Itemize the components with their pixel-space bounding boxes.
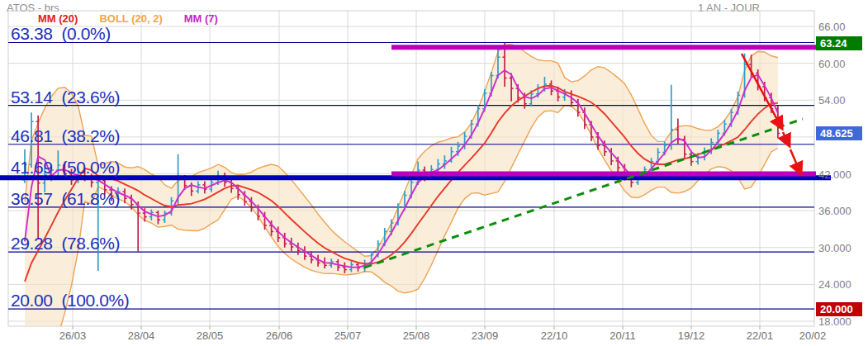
y-axis-label-6: 24.000 <box>818 279 851 290</box>
x-axis-label-6: 23/09 <box>472 330 499 341</box>
fib-label-4: 36.57 (61.8%) <box>11 190 120 207</box>
bollinger-band <box>25 45 778 346</box>
chart-panel: ATOS - brs 1 AN - JOUR MM (20)BOLL (20, … <box>0 0 868 346</box>
x-axis-label-8: 20/11 <box>609 330 636 341</box>
y-axis-label-5: 30.000 <box>818 243 851 254</box>
x-axis-label-4: 25/07 <box>334 330 362 341</box>
x-axis-label-5: 25/08 <box>403 330 430 341</box>
fib-100-price-badge: 20.000 <box>816 302 862 316</box>
x-axis-label-9: 19/12 <box>678 330 705 341</box>
y-axis-label-1: 60.00 <box>818 59 846 69</box>
x-axis-label-2: 28/05 <box>197 330 224 341</box>
resistance-price-badge: 63.24 <box>816 36 862 50</box>
fib-label-6: 20.00 (100.0%) <box>11 291 129 309</box>
legend-item-0: MM (20) <box>38 12 78 25</box>
fib-label-5: 29.28 (78.6%) <box>11 235 120 252</box>
y-axis-label-2: 54.00 <box>818 95 846 106</box>
fib-label-0: 63.38 (0.0%) <box>11 25 111 42</box>
x-axis-label-7: 22/10 <box>541 330 568 341</box>
legend-item-2: MM (7) <box>184 12 218 25</box>
legend-item-1: BOLL (20, 2) <box>99 12 162 25</box>
x-axis-label-3: 26/06 <box>266 330 293 341</box>
y-axis-label-3: 42.000 <box>818 169 851 180</box>
fib-label-3: 41.69 (50.0%) <box>11 159 120 176</box>
x-axis-label-10: 22/01 <box>747 330 774 341</box>
chart-canvas[interactable] <box>0 0 868 346</box>
x-axis-label-0: 26/03 <box>59 330 87 341</box>
y-axis-label-0: 66.00 <box>818 21 846 32</box>
y-axis-label-7: 18.000 <box>818 316 851 327</box>
y-axis-label-4: 36.000 <box>818 206 851 216</box>
x-axis-label-1: 28/04 <box>128 330 155 341</box>
fib-label-2: 46.81 (38.2%) <box>11 127 120 145</box>
x-axis-label-11: 20/02 <box>799 330 827 341</box>
fib-label-1: 53.14 (23.6%) <box>11 88 120 106</box>
last-price-badge: 48.625 <box>816 126 862 140</box>
indicator-legend: MM (20)BOLL (20, 2)MM (7) <box>38 12 240 25</box>
